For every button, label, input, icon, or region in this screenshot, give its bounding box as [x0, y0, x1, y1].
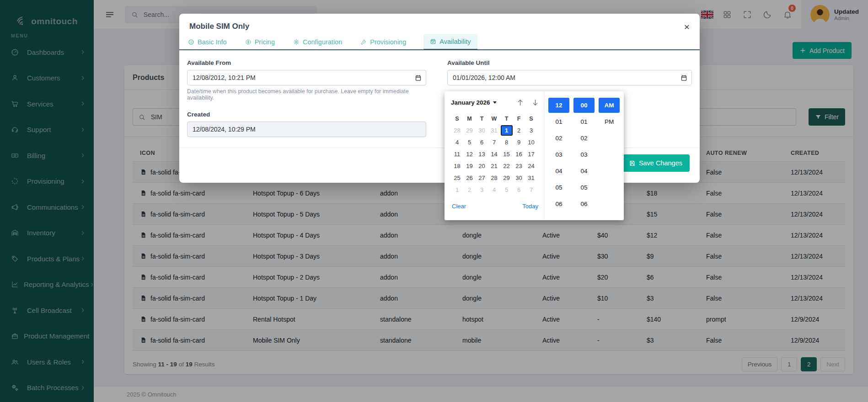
calendar-day[interactable]: 28 — [488, 173, 500, 183]
calendar-day[interactable]: 2 — [464, 185, 476, 195]
hour-option[interactable]: 03 — [548, 147, 569, 162]
minute-option[interactable]: 06 — [573, 196, 595, 212]
calendar-day[interactable]: 29 — [464, 125, 476, 136]
calendar-day[interactable]: 9 — [513, 137, 525, 148]
hour-option[interactable]: 02 — [548, 131, 569, 146]
calendar-day[interactable]: 18 — [451, 161, 463, 171]
calendar-day[interactable]: 6 — [513, 185, 525, 195]
app-root: { "sidebar": { "brand": "omnitouch", "me… — [0, 0, 868, 402]
calendar-day[interactable]: 3 — [525, 125, 537, 136]
calendar-day[interactable]: 15 — [501, 149, 513, 159]
calendar-day[interactable]: 4 — [488, 185, 500, 195]
calendar-day[interactable]: 5 — [501, 185, 513, 195]
weekday-label: T — [480, 116, 484, 122]
tab-label: Pricing — [255, 38, 275, 46]
calendar-day[interactable]: 6 — [476, 137, 488, 148]
calendar-day[interactable]: 19 — [464, 161, 476, 171]
today-link[interactable]: Today — [522, 203, 538, 210]
minute-option[interactable]: 01 — [573, 114, 595, 129]
calendar-day[interactable]: 12 — [464, 149, 476, 159]
tab-availability[interactable]: Availability — [423, 34, 477, 50]
calendar-week-row: 45678910 — [451, 136, 539, 148]
calendar-day[interactable]: 16 — [513, 149, 525, 159]
available-from-input[interactable] — [188, 74, 426, 81]
meridiem-option-selected[interactable]: AM — [599, 98, 620, 113]
modal-header: Mobile SIM Only × — [179, 14, 700, 32]
weekday-label: M — [467, 116, 472, 122]
calendar-week-row: 28293031123 — [451, 124, 539, 136]
info-icon — [188, 39, 194, 45]
calendar-day[interactable]: 30 — [513, 173, 525, 183]
minute-option[interactable]: 04 — [573, 164, 595, 179]
hour-option-selected[interactable]: 12 — [548, 98, 569, 113]
previous-month-arrow-icon[interactable] — [516, 99, 524, 106]
available-until-field — [447, 70, 692, 85]
calendar-day[interactable]: 21 — [488, 161, 500, 171]
available-from-label: Available From — [187, 59, 426, 66]
calendar-day[interactable]: 2 — [513, 125, 525, 136]
calendar-day[interactable]: 13 — [476, 149, 488, 159]
calendar-icon[interactable] — [415, 74, 422, 81]
available-until-input[interactable] — [448, 74, 691, 81]
calendar-day[interactable]: 5 — [464, 137, 476, 148]
calendar-day[interactable]: 31 — [525, 173, 537, 183]
calendar-panel: January 2026 SMTWTFS 2829303112345678910… — [445, 91, 544, 220]
minute-column: 00010203040506 — [573, 98, 595, 220]
available-from-help: Date/time when this product becomes avai… — [187, 88, 426, 101]
wrench-icon — [360, 39, 367, 45]
calendar-day[interactable]: 24 — [525, 161, 537, 171]
tab-basic-info[interactable]: Basic Info — [187, 35, 228, 49]
minute-option[interactable]: 02 — [573, 131, 595, 146]
calendar-day[interactable]: 28 — [451, 125, 463, 136]
modal-title: Mobile SIM Only — [189, 22, 249, 31]
month-year-dropdown[interactable]: January 2026 — [451, 99, 497, 106]
modal-tabs: Basic InfoPricingConfigurationProvisioni… — [179, 34, 700, 50]
tab-configuration[interactable]: Configuration — [292, 35, 343, 49]
calendar-check-icon — [430, 38, 436, 45]
hour-option[interactable]: 04 — [548, 164, 569, 179]
tab-pricing[interactable]: Pricing — [244, 35, 276, 49]
weekday-label: T — [505, 116, 509, 122]
dollar-icon — [245, 39, 252, 45]
hour-option[interactable]: 01 — [548, 114, 569, 129]
hour-option[interactable]: 05 — [548, 180, 569, 195]
calendar-day[interactable]: 23 — [513, 161, 525, 171]
chevron-down-icon — [493, 101, 497, 104]
calendar-day[interactable]: 31 — [488, 125, 500, 136]
minute-option-selected[interactable]: 00 — [573, 98, 595, 113]
time-panel: 12010203040506 00010203040506 AMPM — [544, 91, 624, 220]
created-field — [187, 122, 426, 137]
calendar-day[interactable]: 7 — [525, 185, 537, 195]
clear-link[interactable]: Clear — [452, 203, 466, 210]
calendar-day[interactable]: 7 — [488, 137, 500, 148]
next-month-arrow-icon[interactable] — [531, 99, 539, 106]
calendar-day[interactable]: 17 — [525, 149, 537, 159]
calendar-day-selected[interactable]: 1 — [501, 125, 513, 136]
calendar-icon[interactable] — [680, 74, 687, 81]
calendar-day[interactable]: 1 — [451, 185, 463, 195]
calendar-day[interactable]: 29 — [501, 173, 513, 183]
calendar-day[interactable]: 30 — [476, 125, 488, 136]
calendar-day[interactable]: 20 — [476, 161, 488, 171]
calendar-day[interactable]: 27 — [476, 173, 488, 183]
calendar-day[interactable]: 10 — [525, 137, 537, 148]
calendar-week-row: 18192021222324 — [451, 160, 539, 172]
calendar-day[interactable]: 22 — [501, 161, 513, 171]
meridiem-option[interactable]: PM — [599, 114, 620, 129]
hour-option[interactable]: 06 — [548, 196, 569, 212]
calendar-day[interactable]: 25 — [451, 173, 463, 183]
weekday-label: F — [517, 116, 521, 122]
calendar-day[interactable]: 14 — [488, 149, 500, 159]
calendar-day[interactable]: 3 — [476, 185, 488, 195]
close-icon[interactable]: × — [684, 22, 690, 32]
save-changes-button[interactable]: Save Changes — [622, 154, 690, 172]
datetime-picker-popup: January 2026 SMTWTFS 2829303112345678910… — [445, 91, 624, 220]
tab-provisioning[interactable]: Provisioning — [359, 35, 407, 49]
minute-option[interactable]: 03 — [573, 147, 595, 162]
calendar-week-row: 1234567 — [451, 184, 539, 196]
calendar-day[interactable]: 11 — [451, 149, 463, 159]
minute-option[interactable]: 05 — [573, 180, 595, 195]
calendar-day[interactable]: 4 — [451, 137, 463, 148]
calendar-day[interactable]: 8 — [501, 137, 513, 148]
calendar-day[interactable]: 26 — [464, 173, 476, 183]
